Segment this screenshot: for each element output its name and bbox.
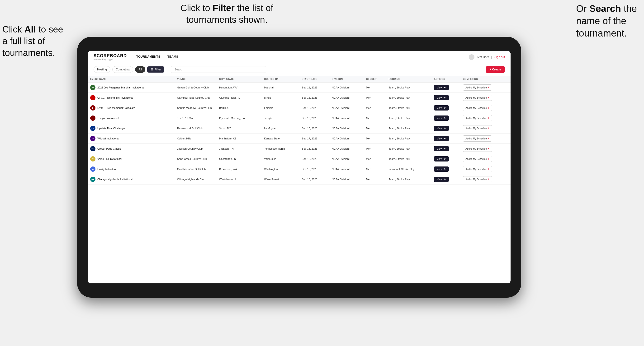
- view-button[interactable]: View 👁: [434, 156, 449, 162]
- actions-cell: View 👁: [432, 123, 460, 134]
- competing-button[interactable]: Competing: [112, 66, 133, 73]
- team-logo: F: [90, 105, 96, 111]
- add-to-schedule-button[interactable]: Add to My Schedule +: [463, 125, 492, 131]
- division-cell: NCAA Division I: [329, 164, 364, 174]
- gender-cell: Men: [364, 174, 386, 184]
- event-name-text: Husky Individual: [97, 168, 116, 171]
- nav-links: TOURNAMENTS TEAMS: [136, 55, 469, 59]
- city-cell: Olympia Fields, IL: [217, 93, 262, 103]
- col-header-gender: GENDER: [364, 76, 386, 83]
- add-to-schedule-button[interactable]: Add to My Schedule +: [463, 115, 492, 121]
- gender-cell: Men: [364, 134, 386, 144]
- col-header-division: DIVISION: [329, 76, 364, 83]
- table-row: W Husky Individual Gold Mountain Golf Cl…: [88, 164, 510, 174]
- venue-cell: Gold Mountain Golf Club: [175, 164, 217, 174]
- view-button[interactable]: View 👁: [434, 167, 449, 172]
- view-button[interactable]: View 👁: [434, 105, 449, 111]
- city-cell: Westchester, IL: [217, 174, 262, 184]
- add-to-schedule-button[interactable]: Add to My Schedule +: [463, 105, 492, 111]
- event-name-cell: F Ryan T. Lee Memorial Collegiate: [88, 103, 175, 113]
- nav-teams[interactable]: TEAMS: [168, 55, 178, 59]
- gender-cell: Men: [364, 103, 386, 113]
- actions-cell: View 👁: [432, 113, 460, 123]
- team-logo: WF: [90, 177, 96, 182]
- hosting-button[interactable]: Hosting: [94, 66, 110, 73]
- view-button[interactable]: View 👁: [434, 136, 449, 141]
- city-cell: Bremerton, WA: [217, 164, 262, 174]
- add-to-schedule-button[interactable]: Add to My Schedule +: [463, 84, 492, 91]
- scoring-cell: Team, Stroke Play: [386, 144, 432, 154]
- division-cell: NCAA Division I: [329, 93, 364, 103]
- nav-separator: |: [491, 55, 492, 59]
- tournaments-table-container: EVENT NAME VENUE CITY, STATE HOSTED BY S…: [88, 76, 510, 283]
- eye-icon: 👁: [444, 97, 446, 99]
- annotation-top-center: Click to Filter the list of tournaments …: [180, 2, 273, 26]
- add-to-schedule-button[interactable]: Add to My Schedule +: [463, 95, 492, 101]
- venue-cell: Olympia Fields Country Club: [175, 93, 217, 103]
- venue-cell: The 1912 Club: [175, 113, 217, 123]
- division-cell: NCAA Division I: [329, 103, 364, 113]
- table-row: KS Wildcat Invitational Colbert HillsMan…: [88, 134, 510, 144]
- competing-cell: Add to My Schedule +: [460, 103, 510, 113]
- table-body: M 2023 Joe Feaganes Marshall Invitationa…: [88, 83, 510, 184]
- eye-icon: 👁: [444, 137, 446, 140]
- filter-button[interactable]: ☰ Filter: [147, 66, 164, 73]
- plus-icon: +: [488, 168, 490, 171]
- competing-cell: Add to My Schedule +: [460, 144, 510, 154]
- add-to-schedule-button[interactable]: Add to My Schedule +: [463, 135, 492, 142]
- tablet-frame: SCOREBOARD Powered by clippd TOURNAMENTS…: [77, 37, 521, 298]
- hosted-by-cell: Fairfield: [262, 103, 300, 113]
- division-cell: NCAA Division I: [329, 154, 364, 164]
- scoring-cell: Individual, Stroke Play: [386, 164, 432, 174]
- team-logo: LM: [90, 126, 96, 131]
- view-button[interactable]: View 👁: [434, 95, 449, 100]
- plus-icon: +: [488, 178, 490, 181]
- event-name-text: Wildcat Invitational: [97, 137, 119, 140]
- team-logo: I: [90, 95, 96, 100]
- venue-cell: Chicago Highlands Club: [175, 174, 217, 184]
- event-name-cell: M 2023 Joe Feaganes Marshall Invitationa…: [88, 83, 175, 93]
- event-name-cell: TM Grover Page Classic: [88, 144, 175, 154]
- nav-tournaments[interactable]: TOURNAMENTS: [136, 55, 160, 59]
- view-button[interactable]: View 👁: [434, 146, 449, 151]
- event-name-text: Grover Page Classic: [97, 147, 121, 150]
- event-name-text: Chicago Highlands Invitational: [97, 178, 132, 181]
- venue-cell: Shuttle Meadow Country Club: [175, 103, 217, 113]
- start-date-cell: Sep 16, 2023: [300, 113, 329, 123]
- hosted-by-cell: Tennessee-Martin: [262, 144, 300, 154]
- sign-out-link[interactable]: Sign out: [494, 55, 505, 59]
- hosted-by-cell: Illinois: [262, 93, 300, 103]
- division-cell: NCAA Division I: [329, 123, 364, 134]
- event-name-cell: V Valpo Fall Invitational: [88, 154, 175, 164]
- view-button[interactable]: View 👁: [434, 85, 449, 90]
- eye-icon: 👁: [444, 158, 446, 160]
- create-button[interactable]: + Create: [486, 66, 505, 73]
- hosted-by-cell: Le Moyne: [262, 123, 300, 134]
- competing-cell: Add to My Schedule +: [460, 123, 510, 134]
- view-button[interactable]: View 👁: [434, 116, 449, 121]
- view-button[interactable]: View 👁: [434, 126, 449, 131]
- all-button[interactable]: All: [135, 66, 145, 73]
- venue-cell: Ravenwood Golf Club: [175, 123, 217, 134]
- scoring-cell: Team, Stroke Play: [386, 83, 432, 93]
- logo-text: SCOREBOARD: [94, 53, 127, 58]
- add-to-schedule-button[interactable]: Add to My Schedule +: [463, 146, 492, 152]
- table-row: WF Chicago Highlands Invitational Chicag…: [88, 174, 510, 184]
- team-logo: T: [90, 116, 96, 121]
- add-to-schedule-button[interactable]: Add to My Schedule +: [463, 166, 492, 172]
- gender-cell: Men: [364, 164, 386, 174]
- hosted-by-cell: Marshall: [262, 83, 300, 93]
- col-header-venue: VENUE: [175, 76, 217, 83]
- table-row: F Ryan T. Lee Memorial Collegiate Shuttl…: [88, 103, 510, 113]
- col-header-competing: COMPETING: [460, 76, 510, 83]
- filter-label: Filter: [154, 68, 161, 71]
- competing-cell: Add to My Schedule +: [460, 174, 510, 184]
- search-input[interactable]: [171, 66, 266, 73]
- top-nav: SCOREBOARD Powered by clippd TOURNAMENTS…: [88, 51, 510, 63]
- competing-cell: Add to My Schedule +: [460, 113, 510, 123]
- view-button[interactable]: View 👁: [434, 177, 449, 182]
- annotation-all-bold: All: [24, 24, 36, 34]
- team-logo: KS: [90, 136, 96, 141]
- add-to-schedule-button[interactable]: Add to My Schedule +: [463, 176, 492, 182]
- add-to-schedule-button[interactable]: Add to My Schedule +: [463, 156, 492, 162]
